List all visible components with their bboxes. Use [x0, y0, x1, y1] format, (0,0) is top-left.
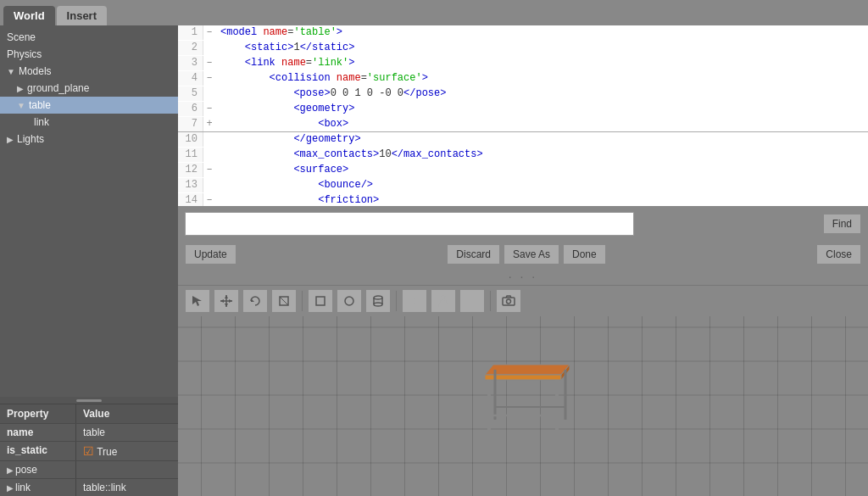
scale-tool[interactable]: [271, 289, 297, 313]
svg-point-16: [412, 298, 417, 304]
select-tool[interactable]: [185, 289, 210, 313]
prop-row-pose[interactable]: ▶ pose: [0, 460, 178, 478]
code-line-10: 10 </geometry>: [178, 132, 868, 148]
prop-value-name[interactable]: table: [76, 424, 178, 441]
translate-tool[interactable]: [214, 289, 239, 313]
properties-panel: Property Value name table is_static ☑ Tr…: [0, 404, 178, 496]
code-line-13: 13 <bounce/>: [178, 178, 868, 193]
prop-value-link: table::link: [76, 479, 178, 496]
svg-rect-10: [316, 297, 325, 305]
cylinder-icon: [371, 294, 385, 308]
toolbar-sep-2: [396, 291, 397, 311]
svg-line-21: [410, 297, 412, 298]
toolbar-sep-1: [302, 291, 303, 311]
svg-marker-0: [192, 296, 202, 306]
find-button[interactable]: Find: [823, 214, 861, 234]
code-line-12: 12 – <surface>: [178, 163, 868, 178]
prop-value-is-static[interactable]: ☑ True: [76, 442, 178, 460]
models-label: Models: [19, 65, 52, 77]
sidebar-item-scene[interactable]: Scene: [0, 29, 178, 46]
discard-button[interactable]: Discard: [447, 244, 500, 265]
camera-tool[interactable]: [496, 289, 521, 313]
spot-light-tool[interactable]: [431, 289, 456, 313]
svg-marker-5: [220, 299, 224, 303]
toolbar: [178, 285, 868, 316]
ground-plane-arrow: ▶: [17, 84, 24, 93]
lights-arrow: ▶: [7, 135, 14, 144]
svg-marker-7: [251, 298, 254, 302]
svg-line-27: [446, 301, 448, 306]
svg-marker-6: [229, 299, 232, 303]
sidebar-item-table[interactable]: ▼ table: [0, 97, 178, 114]
search-input[interactable]: [185, 212, 634, 236]
sphere-tool[interactable]: [337, 289, 362, 313]
rotate-tool[interactable]: [242, 289, 268, 313]
point-light-tool[interactable]: [402, 289, 427, 313]
code-line-2: 2 <static>1</static>: [178, 41, 868, 56]
table-arrow: ▼: [17, 101, 25, 110]
close-button[interactable]: Close: [816, 244, 861, 265]
svg-line-24: [410, 304, 412, 305]
lights-label: Lights: [17, 133, 44, 145]
svg-line-23: [418, 297, 420, 298]
svg-point-13: [374, 303, 382, 306]
sidebar-item-models[interactable]: ▼ Models: [0, 63, 178, 80]
property-column-header: Property: [0, 404, 76, 423]
prop-name-name: name: [0, 424, 76, 441]
is-static-value: True: [97, 446, 117, 458]
ground-plane-label: ground_plane: [27, 82, 89, 94]
done-button[interactable]: Done: [563, 244, 606, 265]
3d-viewport[interactable]: [178, 316, 868, 497]
code-line-11: 11 <max_contacts>10</max_contacts>: [178, 148, 868, 163]
table-3d-model: [468, 349, 578, 445]
search-bar: Find: [178, 207, 868, 241]
rotate-icon: [248, 294, 262, 308]
svg-line-26: [438, 301, 441, 306]
box-tool[interactable]: [308, 289, 333, 313]
code-line-4: 4 – <collision name='surface'>: [178, 71, 868, 86]
viewport-cursor: ↖: [0, 148, 178, 202]
value-column-header: Value: [76, 404, 178, 423]
sidebar-item-lights[interactable]: ▶ Lights: [0, 131, 178, 148]
svg-point-11: [345, 297, 353, 305]
code-line-7: 7 + <box>: [178, 117, 868, 132]
cylinder-tool[interactable]: [365, 289, 391, 313]
sidebar-resize-handle[interactable]: ···: [0, 397, 178, 404]
toolbar-sep-3: [490, 291, 491, 311]
prop-row-link[interactable]: ▶ link table::link: [0, 478, 178, 496]
svg-marker-34: [485, 365, 570, 375]
code-line-5: 5 <pose>0 0 1 0 -0 0</pose>: [178, 86, 868, 102]
code-line-1: 1 – <model name='table'>: [178, 25, 868, 41]
scene-label: Scene: [7, 31, 36, 43]
svg-point-12: [374, 296, 382, 299]
prop-row-is-static: is_static ☑ True: [0, 441, 178, 460]
point-light-icon: [408, 294, 421, 308]
save-as-button[interactable]: Save As: [504, 244, 559, 265]
prop-name-is-static: is_static: [0, 442, 76, 460]
resize-dots: · · ·: [509, 270, 537, 283]
translate-icon: [220, 294, 233, 308]
prop-name-pose: ▶ pose: [0, 461, 76, 478]
code-line-14: 14 – <friction>: [178, 193, 868, 206]
sidebar-item-physics[interactable]: Physics: [0, 46, 178, 63]
update-button[interactable]: Update: [185, 244, 236, 265]
sidebar-item-ground-plane[interactable]: ▶ ground_plane: [0, 80, 178, 97]
resize-handle[interactable]: · · ·: [178, 268, 868, 285]
tab-world[interactable]: World: [3, 6, 55, 25]
sidebar-item-link[interactable]: link: [0, 114, 178, 131]
svg-marker-3: [225, 295, 228, 298]
link-label: link: [34, 116, 49, 128]
code-editor[interactable]: 1 – <model name='table'> 2 <static>1</st…: [178, 25, 868, 206]
spot-light-icon: [437, 294, 450, 308]
directional-light-icon: [465, 294, 479, 308]
models-arrow: ▼: [7, 67, 15, 76]
tab-insert[interactable]: Insert: [57, 6, 107, 25]
is-static-checkbox[interactable]: ☑: [83, 444, 94, 458]
scale-icon: [277, 294, 291, 308]
link-expand-arrow: ▶: [7, 483, 14, 493]
camera-icon: [502, 294, 515, 308]
table-label: table: [29, 99, 51, 111]
sphere-icon: [342, 294, 356, 308]
directional-light-tool[interactable]: [459, 289, 485, 313]
physics-label: Physics: [7, 48, 42, 60]
